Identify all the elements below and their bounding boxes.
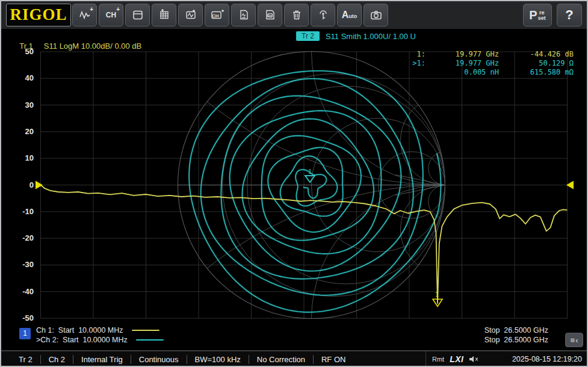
graph-add-icon xyxy=(185,9,197,21)
toolbar: RIGOL + CH + CH xyxy=(1,1,587,30)
system-status: Rmt LXI 2025-08-15 12:19:20 xyxy=(426,351,587,367)
trace-markers[interactable]: 11 xyxy=(36,168,574,306)
trace2-swatch xyxy=(136,339,164,341)
svg-text:1: 1 xyxy=(435,291,439,298)
status-trigger[interactable]: Internal Trig xyxy=(73,355,131,364)
trace2-detail: S11 Smith 1.000U/ 1.00 U xyxy=(326,32,416,41)
status-bar: Tr 2 Ch 2 Internal Trig Continuous BW=10… xyxy=(1,350,587,367)
toolbar-buttons: + CH + CH CH xyxy=(72,4,388,26)
rigol-logo: RIGOL xyxy=(6,4,71,26)
lxi-logo: LXI xyxy=(450,354,463,364)
datetime: 2025-08-15 12:19:20 xyxy=(512,355,582,363)
status-active-channel[interactable]: Ch 2 xyxy=(40,355,73,364)
y-tick: 30 xyxy=(8,100,34,110)
window-icon xyxy=(132,9,144,21)
trace-file-button[interactable] xyxy=(231,4,256,26)
delete-button[interactable] xyxy=(284,4,309,26)
status-correction[interactable]: No Correction xyxy=(249,355,313,364)
trace2-info[interactable]: Tr 2 S11 Smith 1.000U/ 1.00 U xyxy=(296,31,416,41)
window-number-badge: 1 xyxy=(19,328,31,339)
remote-indicator: Rmt xyxy=(432,356,444,363)
status-active-trace[interactable]: Tr 2 xyxy=(11,355,40,364)
chevron-left-icon: ‹ xyxy=(575,336,578,345)
y-tick: 40 xyxy=(8,73,34,83)
add-graph-button[interactable] xyxy=(178,4,203,26)
svg-text:1: 1 xyxy=(308,168,312,175)
add-trace-button[interactable]: + xyxy=(72,4,97,26)
status-rf[interactable]: RF ON xyxy=(313,355,353,364)
y-tick: 20 xyxy=(8,127,34,137)
marker-row-impedance: 0.005 nH 615.580 mΩ xyxy=(405,68,574,77)
y-tick: -50 xyxy=(8,313,34,323)
doc-trace-icon xyxy=(238,9,250,21)
trace2-badge: Tr 2 xyxy=(296,31,320,41)
trace1-detail: S11 LogM 10.00dB/ 0.00 dB xyxy=(44,42,141,51)
display-window-button[interactable] xyxy=(125,4,150,26)
touch-icon xyxy=(317,9,329,21)
trash-icon xyxy=(291,9,303,21)
touch-button[interactable] xyxy=(311,4,335,26)
add-table-button[interactable] xyxy=(152,4,176,26)
trace1-swatch xyxy=(132,330,159,331)
camera-icon xyxy=(370,9,383,21)
y-tick: 0 xyxy=(8,180,34,190)
channel2-stop: Stop 26.5000 GHz xyxy=(484,336,548,344)
add-channel-window-button[interactable]: CH xyxy=(205,4,229,26)
channel2-info: >Ch 2: Start 10.0000 MHz xyxy=(36,336,164,344)
marker-row-trace2: >1: 19.977 GHz 50.129 Ω xyxy=(405,59,574,68)
vna-screen: 11 RIGOL + CH + CH xyxy=(0,0,588,367)
y-tick: -40 xyxy=(8,287,34,297)
y-tick: -20 xyxy=(8,233,34,243)
marker-row-trace1: 1: 19.977 GHz -44.426 dB xyxy=(405,50,574,59)
status-bandwidth[interactable]: BW=100 kHz xyxy=(187,355,249,364)
screenshot-button[interactable] xyxy=(364,4,388,26)
waveform-add-icon xyxy=(79,9,91,21)
menu-lines-icon: ≡ xyxy=(571,336,575,345)
menu-collapse-button[interactable]: ≡ ‹ xyxy=(565,333,583,347)
add-channel-button[interactable]: CH + xyxy=(99,4,123,26)
auto-scale-button[interactable]: A uto xyxy=(337,4,362,26)
preset-button[interactable]: P re set xyxy=(523,4,552,26)
status-items: Tr 2 Ch 2 Internal Trig Continuous BW=10… xyxy=(1,355,353,364)
help-button[interactable]: ? xyxy=(557,4,582,26)
y-tick: -10 xyxy=(8,207,34,217)
channel-file-button[interactable]: CH xyxy=(258,4,282,26)
table-add-icon xyxy=(158,9,170,21)
channel1-info: Ch 1: Start 10.0000 MHz xyxy=(36,326,159,335)
status-sweep-mode[interactable]: Continuous xyxy=(131,355,187,364)
y-tick: 10 xyxy=(8,153,34,163)
y-tick: 50 xyxy=(8,47,34,57)
mute-icon xyxy=(469,355,479,363)
marker-readout: 1: 19.977 GHz -44.426 dB >1: 19.977 GHz … xyxy=(405,50,574,77)
y-tick: -30 xyxy=(8,260,34,270)
channel1-stop: Stop 26.5000 GHz xyxy=(484,326,548,335)
